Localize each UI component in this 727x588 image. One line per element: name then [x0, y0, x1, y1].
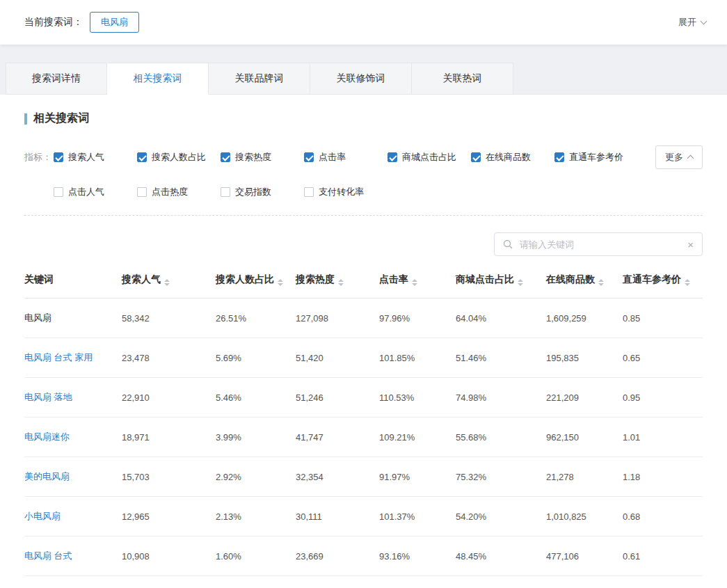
- filter-trade-index[interactable]: 交易指数: [221, 186, 304, 198]
- checkbox-icon: [221, 187, 230, 197]
- value-cell: 41,747: [296, 418, 379, 457]
- value-cell: 1.60%: [216, 537, 296, 576]
- search-row: ×: [0, 216, 727, 260]
- checkbox-icon: [304, 187, 314, 197]
- filter-click-rate[interactable]: 点击率: [304, 151, 388, 164]
- current-search-bar: 当前搜索词： 电风扇 展开: [0, 0, 727, 45]
- sort-icon[interactable]: [278, 279, 283, 286]
- value-cell: 0.85: [623, 299, 703, 338]
- keyword-cell[interactable]: 电风扇迷你: [24, 418, 122, 457]
- col-header-click-rate[interactable]: 点击率: [379, 262, 456, 299]
- sort-icon[interactable]: [518, 279, 523, 286]
- value-cell: 58,342: [122, 299, 216, 338]
- keyword-cell[interactable]: 电风扇 落地: [24, 378, 122, 418]
- col-header-mall-click-ratio[interactable]: 商城点击占比: [456, 262, 546, 299]
- checkbox-icon: [54, 187, 63, 197]
- table-row: 电风扇 落地 22,910 5.46% 51,246 110.53% 74.98…: [24, 378, 703, 418]
- chevron-up-icon: [687, 155, 694, 162]
- value-cell: 51,246: [296, 378, 379, 418]
- keyword-cell[interactable]: 电风扇 台式: [24, 537, 122, 576]
- col-header-online-products[interactable]: 在线商品数: [546, 262, 623, 299]
- keyword-search-box[interactable]: ×: [494, 232, 703, 256]
- tab-filler: [513, 63, 727, 95]
- filter-mall-click-ratio[interactable]: 商城点击占比: [388, 151, 471, 164]
- tab-related-modifier-terms[interactable]: 关联修饰词: [310, 63, 412, 95]
- col-header-search-user-ratio[interactable]: 搜索人数占比: [216, 262, 296, 299]
- filter-label: 交易指数: [235, 186, 271, 198]
- page-title: 相关搜索词: [33, 111, 89, 126]
- value-cell: 0.65: [623, 338, 703, 378]
- col-header-keyword: 关键词: [24, 262, 122, 299]
- table-row: 电风扇 58,342 26.51% 127,098 97.96% 64.04% …: [24, 299, 703, 338]
- checkbox-icon: [221, 152, 230, 162]
- tab-related-search-terms[interactable]: 相关搜索词: [107, 63, 209, 95]
- filter-label: 在线商品数: [486, 151, 531, 164]
- keyword-cell[interactable]: 电风扇 落地扇: [24, 576, 122, 588]
- table-row: 电风扇迷你 18,971 3.99% 41,747 109.21% 55.68%…: [24, 418, 703, 457]
- filter-label: 直通车参考价: [569, 151, 623, 164]
- checkbox-icon: [304, 152, 314, 162]
- filter-search-popularity[interactable]: 搜索人气: [54, 151, 137, 164]
- value-cell: 55.68%: [456, 418, 546, 457]
- value-cell: 10,844: [122, 576, 216, 588]
- tab-search-term-detail[interactable]: 搜索词详情: [6, 63, 107, 95]
- value-cell: 22,910: [122, 378, 216, 418]
- filter-label: 搜索人数占比: [152, 151, 206, 164]
- search-input[interactable]: [518, 239, 682, 251]
- tab-related-brand-terms[interactable]: 关联品牌词: [209, 63, 310, 95]
- filter-search-heat[interactable]: 搜索热度: [221, 151, 304, 164]
- keyword-cell[interactable]: 美的电风扇: [24, 457, 122, 497]
- sort-icon[interactable]: [164, 279, 170, 286]
- table-row: 电风扇 落地扇 10,844 1.59% 24,330 97.10% 73.10…: [24, 576, 703, 588]
- filter-label: 搜索人气: [68, 151, 104, 164]
- filter-click-heat[interactable]: 点击热度: [137, 186, 221, 198]
- value-cell: 1,010,825: [546, 497, 623, 537]
- value-cell: 1.18: [623, 457, 703, 497]
- filter-click-popularity[interactable]: 点击人气: [54, 186, 137, 198]
- value-cell: 75.32%: [456, 457, 546, 497]
- value-cell: 23,478: [122, 338, 216, 378]
- sort-icon[interactable]: [685, 279, 690, 286]
- value-cell: 3.99%: [216, 418, 296, 457]
- filter-pay-conversion[interactable]: 支付转化率: [304, 186, 388, 198]
- keyword-cell[interactable]: 电风扇 台式 家用: [24, 338, 122, 378]
- filter-label: 商城点击占比: [402, 151, 456, 164]
- col-header-search-heat[interactable]: 搜索热度: [296, 262, 379, 299]
- value-cell: 91.97%: [379, 457, 456, 497]
- checkbox-icon: [554, 152, 564, 162]
- filter-ztc-reference-price[interactable]: 直通车参考价: [554, 151, 638, 164]
- value-cell: 51.46%: [456, 338, 546, 378]
- search-term-tag[interactable]: 电风扇: [90, 12, 139, 33]
- expand-label: 展开: [678, 16, 696, 29]
- more-button[interactable]: 更多: [655, 145, 703, 169]
- keyword-cell[interactable]: 电风扇: [24, 299, 122, 338]
- value-cell: 97.96%: [379, 299, 456, 338]
- table-row: 美的电风扇 15,703 2.92% 32,354 91.97% 75.32% …: [24, 457, 703, 497]
- value-cell: 101.37%: [379, 497, 456, 537]
- value-cell: 5.46%: [216, 378, 296, 418]
- value-cell: 0.95: [623, 378, 703, 418]
- tab-related-hot-terms[interactable]: 关联热词: [412, 63, 513, 95]
- sort-icon[interactable]: [412, 279, 417, 286]
- filter-online-products[interactable]: 在线商品数: [471, 151, 554, 164]
- value-cell: 1,609,259: [546, 299, 623, 338]
- value-cell: 74.98%: [456, 378, 546, 418]
- filter-row-2: 点击人气 点击热度 交易指数 支付转化率: [24, 186, 703, 198]
- col-header-ztc-reference-price[interactable]: 直通车参考价: [623, 262, 703, 299]
- filter-label: 点击率: [319, 151, 346, 164]
- value-cell: 30,111: [296, 497, 379, 537]
- section-header: 相关搜索词: [0, 95, 727, 126]
- checkbox-icon: [388, 152, 397, 162]
- value-cell: 0.61: [623, 537, 703, 576]
- value-cell: 64.04%: [456, 299, 546, 338]
- col-header-search-popularity[interactable]: 搜索人气: [122, 262, 216, 299]
- expand-toggle[interactable]: 展开: [678, 16, 706, 29]
- filter-search-user-ratio[interactable]: 搜索人数占比: [137, 151, 221, 164]
- value-cell: 93.16%: [379, 537, 456, 576]
- sort-icon[interactable]: [598, 279, 604, 286]
- keyword-cell[interactable]: 小电风扇: [24, 497, 122, 537]
- sort-icon[interactable]: [338, 279, 344, 286]
- value-cell: 2.92%: [216, 457, 296, 497]
- value-cell: 0.68: [623, 497, 703, 537]
- clear-icon[interactable]: ×: [687, 239, 694, 250]
